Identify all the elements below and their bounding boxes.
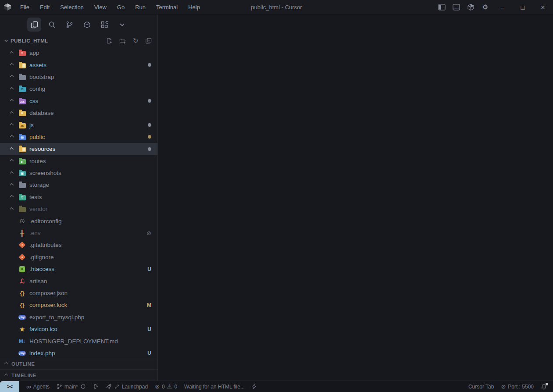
chevron-down-icon[interactable] — [115, 18, 129, 32]
search-icon[interactable] — [45, 18, 59, 32]
collapse-all-icon[interactable] — [144, 36, 153, 45]
source-control-icon[interactable] — [62, 18, 76, 32]
remote-indicator[interactable]: >< — [0, 381, 19, 392]
tree-item-resources[interactable]: resources — [0, 143, 157, 155]
problems-status[interactable]: ⊗ 0 ⚠ 0 — [151, 381, 181, 392]
menu-terminal[interactable]: Terminal — [151, 0, 183, 14]
menu-file[interactable]: File — [15, 0, 35, 14]
tree-item-app[interactable]: ∷app — [0, 47, 157, 59]
tree-item-routes[interactable]: ▶routes — [0, 155, 157, 167]
file-name: tests — [29, 194, 42, 200]
tree-item-hostinger-deployment-md[interactable]: M↓HOSTINGER_DEPLOYMENT.md — [0, 335, 157, 347]
new-folder-icon[interactable] — [118, 36, 127, 45]
php-icon: php — [18, 314, 26, 321]
folder-routes-icon: ▶ — [18, 157, 26, 165]
rocket-icon — [106, 384, 112, 390]
file-name: vendor — [29, 206, 47, 212]
extensions-icon[interactable] — [97, 18, 111, 32]
markdown-icon: M↓ — [18, 338, 26, 345]
notifications-status[interactable] — [537, 381, 550, 392]
file-name: favicon.ico — [29, 326, 57, 332]
file-tree: ∷appassetsbootstrap⚙configCSScss≡databas… — [0, 47, 157, 358]
file-name: .gitattributes — [29, 242, 62, 248]
tree-item-index-php[interactable]: phpindex.phpU — [0, 347, 157, 358]
menu-selection[interactable]: Selection — [55, 0, 89, 14]
laravel-icon: ℒ — [18, 278, 26, 285]
file-name: index.php — [29, 350, 55, 356]
outline-section[interactable]: OUTLINE — [0, 358, 157, 369]
json-braces-icon: {} — [18, 289, 26, 297]
git-icon — [18, 253, 26, 261]
tree-item-database[interactable]: ≡database — [0, 107, 157, 119]
tree-item-js[interactable]: JSjs — [0, 119, 157, 131]
new-file-icon[interactable] — [105, 36, 114, 45]
tree-item-favicon-ico[interactable]: ★favicon.icoU — [0, 323, 157, 335]
folder-vendor-icon — [18, 205, 26, 213]
tree-item-artisan[interactable]: ℒartisan — [0, 275, 157, 287]
file-name: public — [29, 134, 45, 140]
launchpad-status[interactable]: Launchpad — [102, 381, 151, 392]
cube-icon[interactable] — [80, 18, 94, 32]
tree-item--gitattributes[interactable]: .gitattributes — [0, 239, 157, 251]
chevron-right-icon — [11, 135, 18, 138]
explorer-icon[interactable] — [27, 18, 41, 32]
agents-status[interactable]: ∞ Agents — [23, 381, 53, 392]
tree-item-export-to-mysql-php[interactable]: phpexport_to_mysql.php — [0, 311, 157, 323]
tree-item-public[interactable]: ⊕public — [0, 131, 157, 143]
tree-item-assets[interactable]: assets — [0, 59, 157, 71]
chevron-right-icon — [11, 196, 18, 198]
tree-item-css[interactable]: CSScss — [0, 95, 157, 107]
menu-help[interactable]: Help — [183, 0, 205, 14]
launchpad-pen-icon — [114, 384, 120, 389]
modified-dot-badge — [148, 135, 151, 139]
chevron-right-icon — [11, 124, 18, 126]
sync-icon — [80, 384, 86, 389]
folder-public-icon: ⊕ — [18, 133, 26, 141]
menu-go[interactable]: Go — [112, 0, 130, 14]
git-branch-status[interactable]: main* — [53, 381, 89, 392]
cursor-ai-pane-icon[interactable] — [464, 0, 478, 14]
tree-item--env[interactable]: ╫.env⊘ — [0, 227, 157, 239]
menu-run[interactable]: Run — [130, 0, 151, 14]
tree-item--editorconfig[interactable]: ☉.editorconfig — [0, 215, 157, 227]
tree-item-screenshots[interactable]: ▣screenshots — [0, 167, 157, 179]
tree-item-tests[interactable]: ▽tests — [0, 191, 157, 203]
tree-item-bootstrap[interactable]: bootstrap — [0, 71, 157, 83]
star-icon: ★ — [18, 325, 26, 333]
cursor-tab-status[interactable]: Cursor Tab — [465, 381, 497, 392]
menu-edit[interactable]: Edit — [35, 0, 55, 14]
tree-item-vendor[interactable]: vendor — [0, 203, 157, 215]
chevron-right-icon — [11, 208, 18, 210]
timeline-section[interactable]: TIMELINE — [0, 369, 157, 381]
close-button[interactable]: × — [533, 0, 553, 14]
folder-screenshots-icon: ▣ — [18, 169, 26, 177]
minimize-button[interactable]: – — [492, 0, 513, 14]
editor-area[interactable] — [158, 14, 553, 381]
menu-view[interactable]: View — [89, 0, 112, 14]
explorer-header[interactable]: PUBLIC_HTML ↻ — [0, 35, 157, 47]
live-server-status[interactable]: Waiting for an HTML file... — [181, 381, 248, 392]
tree-item--gitignore[interactable]: .gitignore — [0, 251, 157, 263]
toggle-sidebar-icon[interactable] — [435, 0, 449, 14]
errors-count: 0 — [162, 384, 165, 390]
modified-dot-badge — [148, 63, 151, 67]
maximize-button[interactable]: □ — [513, 0, 533, 14]
port-status[interactable]: ⊘ Port : 5500 — [497, 381, 537, 392]
toggle-panel-icon[interactable] — [449, 0, 464, 14]
file-name: composer.json — [29, 290, 68, 296]
folder-storage-icon — [18, 181, 26, 189]
tree-item-storage[interactable]: storage — [0, 179, 157, 191]
sidebar: PUBLIC_HTML ↻ — [0, 14, 158, 381]
titlebar: FileEditSelectionViewGoRunTerminalHelp p… — [0, 0, 553, 14]
settings-gear-icon[interactable]: ⚙ — [478, 0, 492, 14]
tree-item--htaccess[interactable]: ‹›.htaccessU — [0, 263, 157, 275]
refresh-icon[interactable]: ↻ — [131, 36, 140, 45]
file-name: bootstrap — [29, 74, 54, 80]
tree-item-config[interactable]: ⚙config — [0, 83, 157, 95]
background-agent-status[interactable] — [89, 381, 102, 392]
tree-item-composer-lock[interactable]: {}composer.lockM — [0, 299, 157, 311]
bolt-status[interactable] — [248, 381, 260, 392]
tree-item-composer-json[interactable]: {}composer.json — [0, 287, 157, 299]
file-name: screenshots — [29, 170, 61, 176]
chevron-right-icon — [11, 88, 18, 90]
